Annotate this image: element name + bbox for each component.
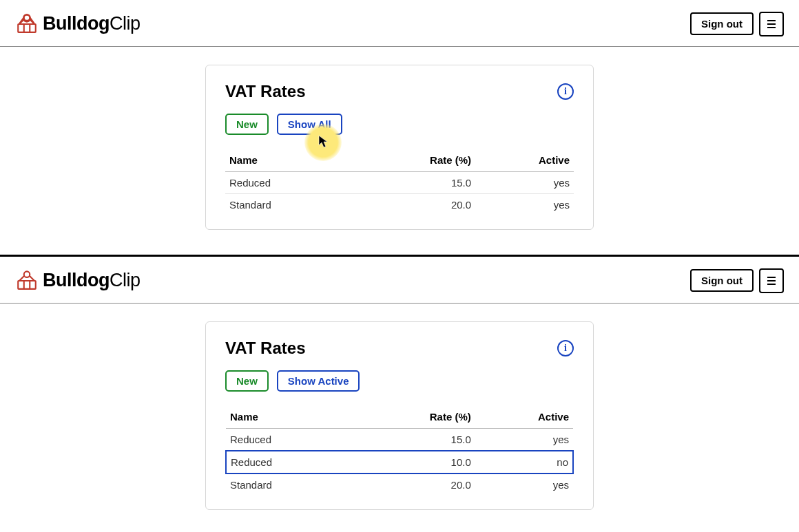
cell-rate: 20.0	[351, 474, 475, 496]
vat-rates-card: VAT Rates i New Show Active Name Rate (%…	[205, 321, 594, 510]
menu-lines-icon	[766, 19, 777, 29]
card-title: VAT Rates	[225, 339, 305, 358]
cell-name: Reduced	[225, 172, 351, 194]
col-name: Name	[225, 149, 351, 172]
table-row[interactable]: Reduced 15.0 yes	[225, 172, 574, 194]
card-title: VAT Rates	[225, 82, 305, 101]
col-name: Name	[226, 405, 351, 429]
vat-rates-table: Name Rate (%) Active Reduced 15.0 yes St…	[225, 149, 574, 215]
header-bar: BulldogClip Sign out	[0, 257, 799, 304]
col-active: Active	[475, 149, 574, 172]
table-header-row: Name Rate (%) Active	[226, 405, 573, 429]
brand-name-light: Clip	[110, 270, 141, 290]
table-row[interactable]: Standard 20.0 yes	[226, 474, 573, 496]
cell-active: yes	[475, 474, 573, 496]
logo-group[interactable]: BulldogClip	[15, 270, 141, 292]
menu-button[interactable]	[759, 12, 784, 36]
bulldog-clip-icon	[15, 270, 39, 292]
header-right: Sign out	[690, 12, 784, 36]
cell-active: yes	[475, 172, 574, 194]
info-icon[interactable]: i	[557, 83, 574, 100]
frame-after: BulldogClip Sign out VAT Rates i New Sho…	[0, 257, 799, 510]
vat-rates-card: VAT Rates i New Show All Name Rate (%) A…	[205, 65, 594, 230]
table-row[interactable]: Reduced 15.0 yes	[226, 429, 573, 451]
cell-rate: 20.0	[351, 194, 475, 216]
header-right: Sign out	[690, 268, 784, 293]
cell-name: Reduced	[226, 451, 351, 474]
cell-rate: 15.0	[351, 429, 475, 451]
col-rate: Rate (%)	[351, 405, 475, 429]
logo-group[interactable]: BulldogClip	[15, 13, 141, 35]
signout-button[interactable]: Sign out	[690, 269, 754, 292]
svg-point-0	[24, 14, 30, 21]
cell-rate: 15.0	[351, 172, 475, 194]
cell-rate: 10.0	[351, 451, 475, 474]
new-button[interactable]: New	[225, 114, 269, 135]
signout-button[interactable]: Sign out	[690, 12, 754, 35]
table-row[interactable]: Standard 20.0 yes	[225, 194, 574, 216]
col-active: Active	[475, 405, 573, 429]
svg-rect-3	[18, 24, 36, 32]
col-rate: Rate (%)	[351, 149, 475, 172]
vat-rates-table: Name Rate (%) Active Reduced 15.0 yes Re…	[225, 405, 574, 496]
menu-lines-icon	[766, 276, 777, 286]
menu-button[interactable]	[759, 268, 784, 293]
new-button[interactable]: New	[225, 370, 269, 392]
svg-rect-12	[18, 281, 36, 289]
cell-name: Reduced	[226, 429, 351, 451]
header-bar: BulldogClip Sign out	[0, 0, 799, 47]
show-all-button[interactable]: Show All	[277, 114, 342, 135]
frame-before: BulldogClip Sign out VAT Rates i New Sho…	[0, 0, 799, 230]
table-row-highlighted[interactable]: Reduced 10.0 no	[226, 451, 573, 474]
cell-active: yes	[475, 194, 574, 216]
show-active-button[interactable]: Show Active	[277, 370, 360, 392]
brand-name-strong: Bulldog	[43, 13, 110, 34]
cell-name: Standard	[225, 194, 351, 216]
cell-name: Standard	[226, 474, 351, 496]
svg-point-9	[24, 271, 30, 277]
table-header-row: Name Rate (%) Active	[225, 149, 574, 172]
info-icon[interactable]: i	[557, 340, 574, 357]
bulldog-clip-icon	[15, 13, 39, 35]
brand-name-strong: Bulldog	[43, 270, 110, 290]
brand-name-light: Clip	[110, 13, 141, 34]
cell-active: yes	[475, 429, 573, 451]
cell-active: no	[475, 451, 573, 474]
